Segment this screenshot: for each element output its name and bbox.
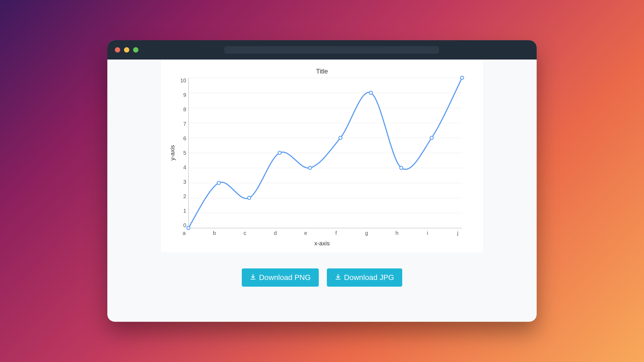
download-png-button[interactable]: Download PNG bbox=[242, 268, 319, 287]
chart-title: Title bbox=[169, 68, 475, 75]
chart-plot[interactable] bbox=[188, 78, 462, 228]
y-tick: 4 bbox=[178, 165, 186, 170]
data-point[interactable] bbox=[187, 226, 190, 230]
data-point[interactable] bbox=[400, 166, 403, 169]
data-point[interactable] bbox=[217, 181, 220, 184]
y-tick: 3 bbox=[178, 179, 186, 184]
address-bar[interactable] bbox=[224, 46, 439, 54]
page-content: Title y-axis 10 9 8 7 6 5 4 3 2 1 0 bbox=[107, 60, 537, 322]
y-tick: 6 bbox=[178, 136, 186, 141]
chart-area: y-axis 10 9 8 7 6 5 4 3 2 1 0 bbox=[169, 78, 475, 228]
line-series bbox=[188, 78, 462, 228]
minimize-window-button[interactable] bbox=[124, 47, 129, 53]
window-controls bbox=[115, 47, 138, 53]
download-jpg-button[interactable]: Download JPG bbox=[327, 268, 402, 287]
download-png-label: Download PNG bbox=[259, 273, 311, 282]
y-axis-label: y-axis bbox=[169, 145, 176, 160]
data-point[interactable] bbox=[430, 136, 433, 139]
x-axis-label: x-axis bbox=[169, 240, 475, 247]
data-point[interactable] bbox=[308, 166, 312, 169]
y-tick: 7 bbox=[178, 121, 186, 127]
y-tick: 8 bbox=[178, 107, 186, 112]
data-point[interactable] bbox=[339, 136, 342, 139]
x-tick: a bbox=[181, 230, 187, 236]
y-tick: 5 bbox=[178, 150, 186, 156]
chart-svg bbox=[188, 78, 462, 231]
close-window-button[interactable] bbox=[115, 47, 120, 53]
chart-card: Title y-axis 10 9 8 7 6 5 4 3 2 1 0 bbox=[161, 60, 483, 252]
download-icon bbox=[335, 273, 341, 282]
titlebar bbox=[107, 40, 537, 60]
download-icon bbox=[250, 273, 256, 282]
y-tick: 9 bbox=[178, 92, 186, 98]
y-tick: 0 bbox=[178, 223, 186, 228]
data-point[interactable] bbox=[460, 76, 464, 79]
y-tick: 10 bbox=[178, 78, 186, 83]
data-point[interactable] bbox=[248, 196, 251, 200]
y-tick: 2 bbox=[178, 194, 186, 199]
data-point[interactable] bbox=[369, 91, 372, 94]
y-axis-ticks: 10 9 8 7 6 5 4 3 2 1 0 bbox=[178, 78, 186, 228]
download-jpg-label: Download JPG bbox=[344, 273, 394, 282]
maximize-window-button[interactable] bbox=[133, 47, 138, 53]
data-point[interactable] bbox=[278, 151, 281, 154]
button-row: Download PNG Download JPG bbox=[242, 268, 402, 287]
browser-window: Title y-axis 10 9 8 7 6 5 4 3 2 1 0 bbox=[107, 40, 537, 322]
y-tick: 1 bbox=[178, 208, 186, 213]
